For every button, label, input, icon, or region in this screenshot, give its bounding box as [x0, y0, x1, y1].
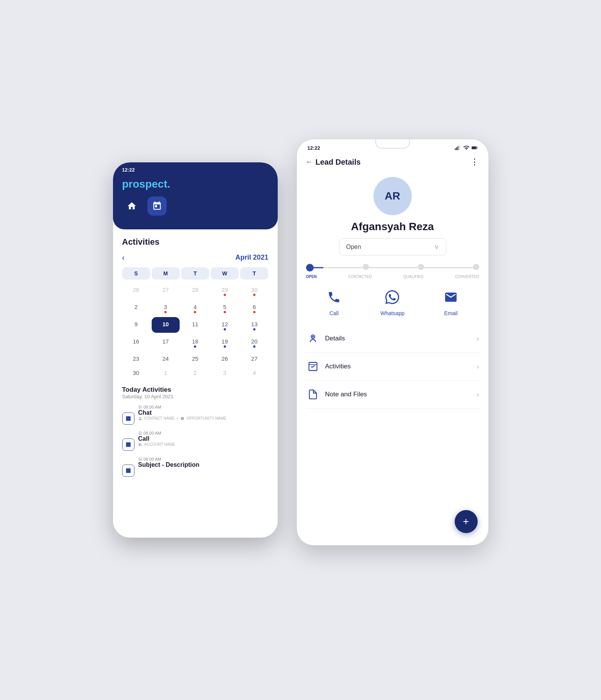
- lead-avatar: AR: [373, 177, 412, 215]
- step-contacted-dot: [363, 264, 369, 270]
- cal-day-12[interactable]: 12: [211, 317, 239, 333]
- activity-subject-content: 08.00 AM Subject - Description: [138, 457, 269, 468]
- details-chevron: ›: [477, 335, 479, 343]
- email-action-button[interactable]: Email: [441, 287, 461, 316]
- svg-rect-5: [457, 146, 458, 150]
- cal-day-30[interactable]: 30: [240, 283, 268, 298]
- home-nav-btn[interactable]: [122, 196, 141, 216]
- activity-call-meta: ACCOUNT NAME: [138, 442, 269, 446]
- calendar-nav-btn[interactable]: [147, 196, 167, 216]
- label-open: OPEN: [306, 275, 317, 279]
- activity-chat-icon: [122, 412, 134, 425]
- note-files-chevron: ›: [477, 391, 479, 399]
- cal-day-1[interactable]: 1: [152, 366, 180, 378]
- battery-icon: [472, 145, 478, 151]
- status-icons: [455, 145, 478, 151]
- call-icon: [324, 287, 344, 307]
- svg-rect-0: [126, 416, 131, 421]
- calendar-weekdays: S M T W T: [122, 267, 269, 280]
- step-open-dot: [306, 264, 314, 271]
- calendar-grid: S M T W T 262728293023456910111213161718…: [122, 267, 269, 378]
- today-activities-date: Saturday, 10 April 2021: [122, 394, 269, 399]
- cal-day-5[interactable]: 5: [211, 300, 239, 316]
- calendar-nav: ‹ April 2021: [122, 253, 269, 262]
- lead-body: AR Afgansyah Reza Open ∨: [297, 173, 488, 412]
- status-dropdown[interactable]: Open ∨: [339, 238, 446, 255]
- cal-day-6[interactable]: 6: [240, 300, 268, 316]
- cal-day-25[interactable]: 25: [181, 352, 209, 364]
- svg-rect-9: [472, 147, 476, 149]
- whatsapp-icon: [382, 287, 402, 307]
- activities-menu-label: Activities: [325, 363, 351, 370]
- cal-day-28[interactable]: 28: [181, 283, 209, 298]
- note-files-menu-label: Note and Files: [325, 391, 367, 398]
- activity-subject-time: 08.00 AM: [138, 457, 269, 461]
- calendar-month-year: April 2021: [235, 254, 268, 262]
- email-icon: [441, 287, 461, 307]
- prev-month-btn[interactable]: ‹: [122, 253, 125, 262]
- cal-day-2[interactable]: 2: [122, 300, 150, 316]
- cal-day-19[interactable]: 19: [211, 334, 239, 350]
- cal-day-16[interactable]: 16: [122, 334, 150, 350]
- app-logo: prospect.: [113, 175, 278, 196]
- weekday-t2: T: [240, 267, 268, 280]
- cal-day-9[interactable]: 9: [122, 317, 150, 333]
- action-buttons: Call Whatsapp Em: [306, 287, 479, 316]
- cal-day-10[interactable]: 10: [152, 317, 180, 333]
- step-qualified-dot: [418, 264, 424, 270]
- cal-day-17[interactable]: 17: [152, 334, 180, 350]
- lead-name: Afgansyah Reza: [351, 221, 434, 233]
- activity-item-call: 08.00 AM Call ACCOUNT NAME: [122, 431, 269, 451]
- whatsapp-action-button[interactable]: Whatsapp: [380, 287, 404, 316]
- cal-day-30[interactable]: 30: [122, 366, 150, 378]
- svg-rect-4: [456, 147, 457, 150]
- progress-dots: [306, 264, 479, 271]
- cal-day-13[interactable]: 13: [240, 317, 268, 333]
- note-files-menu-item[interactable]: Note and Files ›: [306, 381, 479, 409]
- whatsapp-btn-label: Whatsapp: [380, 310, 404, 316]
- details-menu-item[interactable]: Details ›: [306, 325, 479, 353]
- progress-track: [306, 264, 479, 271]
- more-options-button[interactable]: ⋮: [470, 157, 479, 167]
- today-activities-title: Today Activities: [122, 386, 269, 394]
- cal-day-18[interactable]: 18: [181, 334, 209, 350]
- weekday-t1: T: [181, 267, 209, 280]
- right-status-time: 12:22: [308, 145, 320, 151]
- avatar-section: AR Afgansyah Reza Open ∨: [306, 177, 479, 255]
- cal-day-3[interactable]: 3: [211, 366, 239, 378]
- weekday-m: M: [152, 267, 180, 280]
- svg-rect-1: [126, 442, 131, 447]
- cal-day-20[interactable]: 20: [240, 334, 268, 350]
- cal-day-26[interactable]: 26: [211, 352, 239, 364]
- activity-chat-content: 08.00 AM Chat CONTACT NAME • OPPORTUNITY…: [138, 405, 269, 420]
- lead-details-title: Lead Details: [316, 158, 361, 167]
- cal-day-4[interactable]: 4: [240, 366, 268, 378]
- activities-chevron: ›: [477, 363, 479, 371]
- activity-call-content: 08.00 AM Call ACCOUNT NAME: [138, 431, 269, 446]
- left-nav: [113, 196, 278, 222]
- lead-details-header: ← Lead Details ⋮: [297, 154, 488, 173]
- activities-menu-item[interactable]: Activities ›: [306, 353, 479, 381]
- cal-day-2[interactable]: 2: [181, 366, 209, 378]
- cal-day-4[interactable]: 4: [181, 300, 209, 316]
- back-button[interactable]: ← Lead Details: [306, 158, 361, 167]
- cal-day-26[interactable]: 26: [122, 283, 150, 298]
- activity-chat-time: 08.00 AM: [138, 405, 269, 409]
- fab-button[interactable]: +: [455, 510, 478, 533]
- activity-item-chat: 08.00 AM Chat CONTACT NAME • OPPORTUNITY…: [122, 405, 269, 425]
- label-qualified: QUALIFIED: [403, 275, 424, 279]
- cal-day-3[interactable]: 3: [152, 300, 180, 316]
- call-action-button[interactable]: Call: [324, 287, 344, 316]
- cal-day-27[interactable]: 27: [240, 352, 268, 364]
- cal-day-27[interactable]: 27: [152, 283, 180, 298]
- cal-day-29[interactable]: 29: [211, 283, 239, 298]
- call-btn-label: Call: [329, 310, 339, 316]
- right-phone: 12:22: [297, 139, 488, 545]
- cal-day-23[interactable]: 23: [122, 352, 150, 364]
- cal-day-24[interactable]: 24: [152, 352, 180, 364]
- activity-call-time: 08.00 AM: [138, 431, 269, 435]
- label-converted: CONVERTED: [455, 275, 479, 279]
- cal-day-11[interactable]: 11: [181, 317, 209, 333]
- activity-chat-name: Chat: [138, 409, 269, 416]
- activity-subject-icon: [122, 464, 134, 477]
